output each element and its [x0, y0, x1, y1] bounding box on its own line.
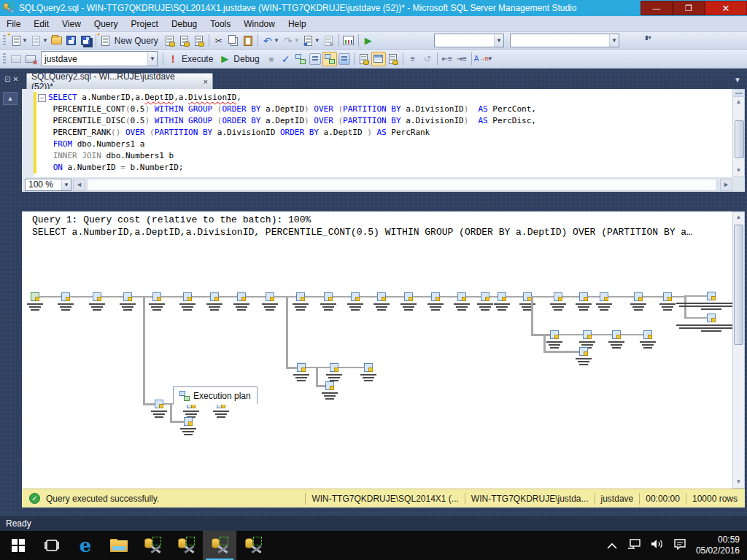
tab-close-icon[interactable]: × — [204, 77, 208, 86]
display-estimated-plan-icon[interactable] — [293, 52, 308, 66]
new-item-icon[interactable]: ✦ — [9, 34, 23, 48]
plan-node[interactable] — [634, 292, 643, 301]
plan-node[interactable] — [237, 292, 246, 301]
code-line[interactable]: PERCENTILE_DISC(0.5) WITHIN GROUP (ORDER… — [48, 115, 727, 127]
splitter-grip[interactable] — [732, 89, 745, 96]
paste-icon[interactable] — [241, 34, 255, 48]
connect-icon[interactable] — [9, 52, 23, 66]
plan-node[interactable] — [93, 292, 101, 301]
sql-code[interactable]: SELECT a.NumberID,a.DeptID,a.DivisionID,… — [48, 92, 727, 174]
query-designer-icon[interactable] — [308, 52, 322, 66]
plan-node[interactable] — [330, 363, 338, 372]
maximize-button[interactable]: ❐ — [673, 1, 705, 15]
toolbar-combo-2[interactable]: ▼ — [510, 34, 619, 47]
plan-node[interactable] — [600, 292, 608, 301]
plan-vertical-scrollbar[interactable]: ▲ ▼ — [732, 211, 745, 489]
scroll-up-icon[interactable]: ▲ — [733, 97, 744, 107]
horizontal-scrollbar[interactable] — [87, 179, 717, 191]
menu-item-window[interactable]: Window — [237, 17, 282, 31]
network-icon[interactable] — [627, 539, 640, 552]
plan-node[interactable] — [707, 292, 716, 300]
plan-node[interactable] — [550, 330, 559, 339]
editor-vertical-scrollbar[interactable]: ▲ ▼ — [732, 96, 745, 177]
menu-item-tools[interactable]: Tools — [204, 17, 237, 31]
change-connection-icon[interactable]: ✕ — [23, 52, 38, 66]
scroll-right-icon[interactable]: ► — [720, 179, 732, 191]
debug-button[interactable]: Debug — [233, 54, 259, 64]
debug-icon[interactable]: ▶ — [217, 52, 232, 66]
scrollbar-thumb[interactable] — [734, 225, 743, 345]
zoom-combo[interactable]: 100 %▼ — [25, 179, 71, 191]
minimize-button[interactable]: — — [640, 1, 673, 15]
new-dmx-query-icon[interactable] — [177, 34, 192, 48]
undo-icon[interactable]: ↶ — [260, 34, 275, 48]
plan-node[interactable] — [31, 292, 39, 301]
plan-node[interactable] — [152, 292, 161, 301]
results-to-text-icon[interactable] — [357, 52, 371, 66]
code-line[interactable]: FROM dbo.Numbers1 a — [48, 139, 727, 150]
plan-node[interactable] — [183, 292, 192, 301]
save-all-icon[interactable] — [79, 34, 93, 48]
specify-values-icon[interactable]: A→B — [474, 52, 489, 66]
plan-node[interactable] — [583, 330, 592, 339]
plan-node[interactable] — [554, 292, 562, 301]
plan-node[interactable] — [266, 292, 274, 301]
toolbar-grip[interactable] — [3, 35, 6, 47]
increase-indent-icon[interactable]: ⇥≡ — [454, 52, 469, 66]
scroll-left-icon[interactable]: ◄ — [73, 179, 85, 191]
toolbar-overflow-icon[interactable]: ▮▾ — [645, 34, 651, 41]
new-query-button[interactable]: New Query — [115, 36, 158, 46]
plan-node[interactable] — [297, 363, 306, 372]
decrease-indent-icon[interactable]: ⇤≡ — [440, 52, 454, 66]
new-query-icon[interactable]: ✦ — [98, 34, 113, 48]
scroll-down-icon[interactable]: ▼ — [733, 477, 744, 487]
run-icon[interactable]: ▶ — [361, 34, 376, 48]
start-button[interactable] — [1, 531, 35, 560]
include-client-statistics-icon[interactable] — [337, 52, 352, 66]
add-project-icon[interactable] — [29, 34, 44, 48]
execution-plan-pane[interactable]: Query 1: Query cost (relative to the bat… — [22, 211, 732, 489]
plan-node[interactable] — [663, 292, 672, 301]
code-line[interactable]: PERCENT_RANK() OVER (PARTITION BY a.Divi… — [48, 127, 727, 139]
plan-node[interactable] — [351, 292, 360, 301]
scroll-down-icon[interactable]: ▼ — [733, 166, 744, 176]
plan-node[interactable] — [123, 292, 132, 301]
navigate-backward-icon[interactable]: ◄ — [301, 34, 316, 48]
code-line[interactable]: PERCENTILE_CONT(0.5) WITHIN GROUP (ORDER… — [48, 104, 727, 115]
plan-node[interactable] — [707, 314, 716, 322]
stop-icon[interactable]: ■ — [264, 52, 279, 66]
plan-node[interactable] — [404, 292, 413, 301]
document-tab[interactable]: SQLQuery2.sql - WI...RUJE\justdave (52))… — [26, 73, 213, 89]
plan-node[interactable] — [325, 381, 334, 390]
toolbar-grip[interactable] — [3, 53, 6, 65]
new-xmla-query-icon[interactable] — [192, 34, 206, 48]
pin-icon[interactable]: ⊡ ✕ — [4, 75, 19, 83]
file-explorer-button[interactable] — [102, 531, 136, 560]
plan-node[interactable] — [498, 292, 506, 301]
ssms-window-2-button[interactable] — [169, 531, 203, 560]
plan-node[interactable] — [184, 417, 193, 426]
parse-icon[interactable]: ✓ — [279, 52, 293, 66]
menu-item-debug[interactable]: Debug — [165, 17, 204, 31]
task-view-button[interactable] — [35, 531, 69, 560]
close-button[interactable]: ✕ — [705, 1, 747, 15]
plan-node[interactable] — [155, 400, 163, 408]
code-line[interactable]: INNER JOIN dbo.Numbers1 b — [48, 150, 727, 162]
copy-icon[interactable] — [226, 34, 241, 48]
new-mdx-query-icon[interactable] — [163, 34, 177, 48]
tab-execution-plan[interactable]: Execution plan — [173, 386, 258, 405]
plan-node[interactable] — [612, 330, 621, 339]
ssms-window-3-button-active[interactable] — [203, 531, 236, 560]
menu-item-help[interactable]: Help — [282, 17, 313, 31]
uncomment-icon[interactable]: ↺ — [420, 52, 435, 66]
plan-node[interactable] — [579, 292, 588, 301]
menu-item-project[interactable]: Project — [125, 17, 165, 31]
cut-icon[interactable]: ✂ — [212, 34, 226, 48]
plan-node[interactable] — [296, 292, 305, 301]
code-line[interactable]: SELECT a.NumberID,a.DeptID,a.DivisionID, — [48, 92, 727, 104]
plan-node[interactable] — [324, 292, 333, 301]
plan-node[interactable] — [481, 292, 489, 301]
menu-item-file[interactable]: File — [0, 17, 27, 31]
include-actual-plan-icon[interactable] — [322, 52, 337, 66]
results-to-grid-icon[interactable] — [371, 52, 386, 66]
